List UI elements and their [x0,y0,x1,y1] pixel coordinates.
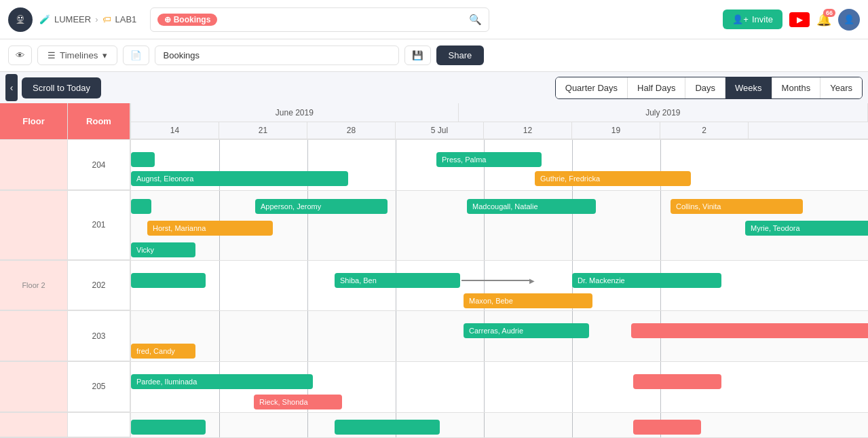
week-19: 19 [572,122,660,139]
room-cell-extra [68,413,130,437]
scale-half-days-button[interactable]: Half Days [628,77,685,98]
bar-container-extra [131,413,868,437]
search-icon[interactable]: 🔍 [469,14,482,26]
bar-container-202: Shiba, Ben Dr. Mackenzie Maxon, Bebe [131,261,868,311]
bookings-badge: ⊕ Bookings [157,14,217,26]
bar-container-204: Press, Palma Augnst, Eleonora Guthrie, F… [131,140,868,190]
data-row-205: Pardee, Iluminada Rieck, Shonda [131,362,868,413]
vline-ex-5 [572,413,573,437]
floor-cell-204 [0,140,68,190]
booking-bar-202-partial[interactable] [131,273,206,288]
week-21: 21 [219,122,307,139]
breadcrumb-chevron: › [95,14,98,24]
breadcrumb: 🧪 LUMEER › 🏷 LAB1 [39,14,136,24]
room-row-203: 203 [0,311,130,362]
floor-header: Floor [0,103,68,139]
save-button[interactable]: 💾 [404,45,431,65]
vline-205-3 [396,362,396,412]
booking-extra-2[interactable] [335,420,440,435]
room-cell-204: 204 [68,140,130,190]
svg-point-2 [18,16,20,18]
floor-cell-201 [0,191,68,260]
floor-cell-202: Floor 2 [0,261,68,311]
project-label[interactable]: LAB1 [115,14,137,24]
topbar-right: 👤+ Invite ▶ 🔔 66 👤 [723,9,860,31]
floor-cell-extra [0,413,68,437]
vline-202-1 [219,261,220,311]
view-title[interactable]: Bookings [155,45,399,65]
notifications-button[interactable]: 🔔 66 [816,12,831,27]
data-rows: Press, Palma Augnst, Eleonora Guthrie, F… [131,140,868,438]
booking-extra-3[interactable] [633,420,701,435]
data-row-202: Shiba, Ben Dr. Mackenzie Maxon, Bebe [131,261,868,312]
workspace-label[interactable]: LUMEER [54,14,91,24]
booking-carreras[interactable]: Carreras, Audrie [464,323,589,338]
booking-bar[interactable] [131,152,155,167]
booking-maxon[interactable]: Maxon, Bebe [464,293,592,308]
share-button[interactable]: Share [436,45,485,65]
youtube-button[interactable]: ▶ [789,12,810,27]
header-spacer: Floor Room [0,103,130,140]
scale-quarter-days-button[interactable]: Quarter Days [556,77,628,98]
booking-pardee[interactable]: Pardee, Iluminada [131,374,313,389]
booking-bar-partial[interactable] [131,199,151,214]
booking-extra-1[interactable] [131,420,206,435]
data-row-201: Apperson, Jeromy Madcougall, Natalie Col… [131,191,868,261]
invite-button[interactable]: 👤+ Invite [723,10,782,29]
timeline-scroll[interactable]: June 2019 July 2019 14 21 28 5 Jul 12 19… [131,103,868,438]
booking-madcougall[interactable]: Madcougall, Natalie [467,199,596,214]
booking-pink-203[interactable] [631,323,868,338]
bar-container-205: Pardee, Iluminada Rieck, Shonda [131,362,868,412]
booking-vicky[interactable]: Vicky [131,242,195,257]
floor-cell-203 [0,311,68,361]
topbar: 🧪 LUMEER › 🏷 LAB1 ⊕ Bookings 🔍 👤+ Invite… [0,0,868,39]
scale-months-button[interactable]: Months [772,77,821,98]
collapse-panel-button[interactable]: ‹ [5,74,18,101]
room-row-201: 201 [0,191,130,261]
workspace-icon: 🧪 [39,14,50,24]
document-button[interactable]: 📄 [123,45,149,65]
booking-horst[interactable]: Horst, Marianna [147,221,273,236]
app-container: 🧪 LUMEER › 🏷 LAB1 ⊕ Bookings 🔍 👤+ Invite… [0,0,868,438]
floor-cell-205 [0,362,68,412]
room-header: Room [68,103,130,139]
week-14: 14 [131,122,219,139]
booking-press-palma[interactable]: Press, Palma [436,152,542,167]
booking-mackenzie[interactable]: Dr. Mackenzie [572,273,721,288]
booking-collins[interactable]: Collins, Vinita [671,199,803,214]
booking-fred[interactable]: fred, Candy [131,344,195,359]
week-28: 28 [307,122,396,139]
vline-205-5 [572,362,573,412]
view-toggle-button[interactable]: 👁 [8,45,32,65]
vline-202-2 [307,261,308,311]
room-row-205: 205 [0,362,130,413]
avatar[interactable]: 👤 [838,9,860,31]
vline-203-1 [219,311,220,361]
scale-days-button[interactable]: Days [685,77,725,98]
month-july: July 2019 [459,103,868,122]
week-2: 2 [660,122,749,139]
week-12: 12 [484,122,572,139]
booking-apperson[interactable]: Apperson, Jeromy [255,199,388,214]
booking-rieck[interactable]: Rieck, Shonda [254,395,342,409]
search-input[interactable] [223,14,469,24]
vline-ex-4 [484,413,485,437]
booking-shiba[interactable]: Shiba, Ben [335,273,460,288]
timelines-icon: ☰ [48,50,56,60]
timelines-dropdown-button[interactable]: ☰ Timelines ▾ [37,45,117,65]
search-bar: ⊕ Bookings 🔍 [150,7,489,32]
scale-years-button[interactable]: Years [820,77,862,98]
week-5jul: 5 Jul [396,122,484,139]
vline-203-2 [307,311,308,361]
data-row-204: Press, Palma Augnst, Eleonora Guthrie, F… [131,140,868,191]
booking-guthrie[interactable]: Guthrie, Fredricka [535,171,691,186]
scale-weeks-button[interactable]: Weeks [725,77,772,98]
booking-myrie[interactable]: Myrie, Teodora [745,221,868,236]
toolbar: 👁 ☰ Timelines ▾ 📄 Bookings 💾 Share [0,39,868,72]
time-scale-buttons: Quarter Days Half Days Days Weeks Months… [555,77,863,99]
svg-point-3 [21,16,22,18]
scroll-today-button[interactable]: Scroll to Today [22,77,101,98]
booking-pink-205[interactable] [633,374,721,389]
booking-augnst[interactable]: Augnst, Eleonora [131,171,348,186]
week-headers: 14 21 28 5 Jul 12 19 2 [131,122,868,140]
